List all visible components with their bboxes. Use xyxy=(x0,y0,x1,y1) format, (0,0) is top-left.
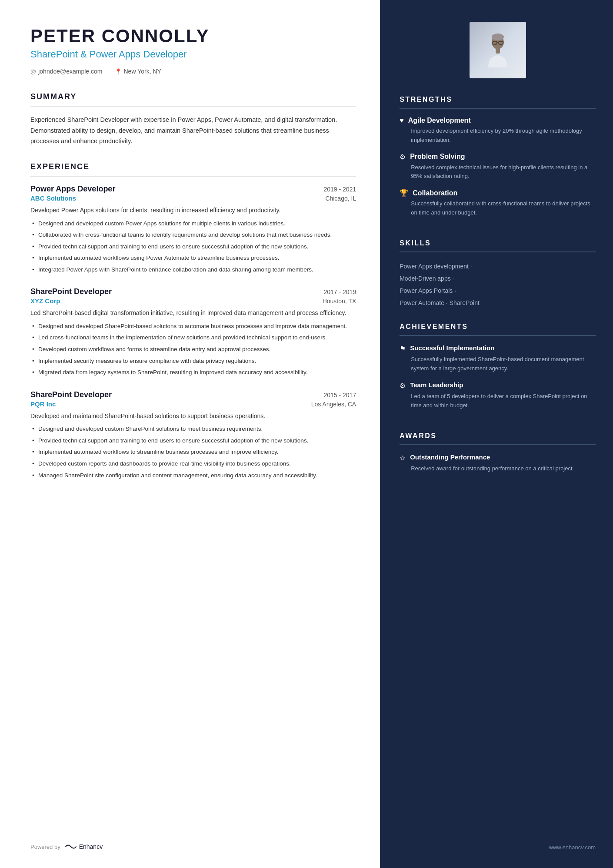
achievements-divider xyxy=(400,335,596,336)
candidate-name: PETER CONNOLLY xyxy=(30,26,356,46)
summary-section: SUMMARY Experienced SharePoint Developer… xyxy=(30,92,356,147)
bullet: Implemented automated workflows to strea… xyxy=(30,447,356,457)
strength-desc-3: Successfully collaborated with cross-fun… xyxy=(400,199,596,218)
person-silhouette xyxy=(480,33,515,67)
svg-point-6 xyxy=(495,44,496,45)
awards-divider xyxy=(400,444,596,445)
email-contact: @ johndoe@example.com xyxy=(30,68,103,75)
skill-item-3: Power Apps Portals · xyxy=(400,285,596,297)
achievement-item-2: ⚙ Team Leadership Led a team of 5 develo… xyxy=(400,381,596,410)
skills-text: Power Apps development · Model-Driven ap… xyxy=(400,260,596,309)
exp-bullets-2: Designed and developed SharePoint-based … xyxy=(30,322,356,377)
location-icon: 📍 xyxy=(115,68,122,75)
bullet: Integrated Power Apps with SharePoint to… xyxy=(30,265,356,275)
flag-icon: ⚑ xyxy=(400,345,406,353)
bullet: Implemented automated workflows using Po… xyxy=(30,253,356,263)
svg-rect-5 xyxy=(496,48,500,54)
email-value: johndoe@example.com xyxy=(38,68,102,75)
strengths-divider xyxy=(400,108,596,109)
bullet: Developed custom workflows and forms to … xyxy=(30,345,356,354)
enhancv-logo: Enhancv xyxy=(65,843,103,851)
enhancv-logo-icon xyxy=(65,843,77,851)
trophy-icon: 🏆 xyxy=(400,189,408,197)
right-footer: www.enhancv.com xyxy=(400,835,596,851)
exp-header-3: SharePoint Developer 2015 - 2017 xyxy=(30,390,356,399)
skill-item-2: Model-Driven apps · xyxy=(400,272,596,285)
skill-item-1: Power Apps development · xyxy=(400,260,596,272)
summary-divider xyxy=(30,106,356,107)
exp-entry-1: Power Apps Developer 2019 - 2021 ABC Sol… xyxy=(30,184,356,274)
svg-point-1 xyxy=(492,34,504,40)
strength-title-3: Collaboration xyxy=(413,189,457,197)
award-header-1: ☆ Outstanding Performance xyxy=(400,453,596,462)
strengths-section: STRENGTHS ♥ Agile Development Improved d… xyxy=(400,96,596,225)
exp-header-1: Power Apps Developer 2019 - 2021 xyxy=(30,184,356,194)
exp-dates-3: 2015 - 2017 xyxy=(323,392,356,399)
strength-title-2: Problem Solving xyxy=(410,153,465,161)
bullet: Led cross-functional teams in the implem… xyxy=(30,333,356,342)
powered-by-label: Powered by xyxy=(30,844,60,850)
bullet: Designed and developed SharePoint-based … xyxy=(30,322,356,331)
exp-role-3: SharePoint Developer xyxy=(30,390,112,399)
bullet: Provided technical support and training … xyxy=(30,242,356,251)
exp-company-3: PQR Inc xyxy=(30,400,56,408)
heart-icon: ♥ xyxy=(400,117,404,124)
strength-header-3: 🏆 Collaboration xyxy=(400,189,596,197)
location-contact: 📍 New York, NY xyxy=(115,68,161,75)
exp-summary-2: Led SharePoint-based digital transformat… xyxy=(30,308,356,318)
bullet: Provided technical support and training … xyxy=(30,436,356,446)
summary-text: Experienced SharePoint Developer with ex… xyxy=(30,114,356,147)
exp-role-1: Power Apps Developer xyxy=(30,184,115,194)
achievement-item-1: ⚑ Successful Implementation Successfully… xyxy=(400,344,596,373)
strength-title-1: Agile Development xyxy=(408,117,471,124)
exp-entry-3: SharePoint Developer 2015 - 2017 PQR Inc… xyxy=(30,390,356,480)
awards-title: AWARDS xyxy=(400,432,596,440)
exp-header-2: SharePoint Developer 2017 - 2019 xyxy=(30,287,356,296)
exp-location-3: Los Angeles, CA xyxy=(311,401,356,408)
exp-company-1: ABC Solutions xyxy=(30,194,76,202)
bullet: Developed custom reports and dashboards … xyxy=(30,459,356,469)
website-url: www.enhancv.com xyxy=(549,844,596,851)
bullet: Collaborated with cross-functional teams… xyxy=(30,230,356,240)
exp-location-1: Chicago, IL xyxy=(325,195,356,202)
gear-icon: ⚙ xyxy=(400,382,406,390)
exp-dates-2: 2017 - 2019 xyxy=(323,288,356,295)
experience-divider xyxy=(30,176,356,177)
exp-bullets-1: Designed and developed custom Power Apps… xyxy=(30,219,356,275)
contact-line: @ johndoe@example.com 📍 New York, NY xyxy=(30,68,356,75)
bullet: Implemented security measures to ensure … xyxy=(30,356,356,366)
email-icon: @ xyxy=(30,68,36,75)
strength-item-1: ♥ Agile Development Improved development… xyxy=(400,117,596,145)
award-desc-1: Received award for outstanding performan… xyxy=(400,464,596,473)
skill-item-4: Power Automate · SharePoint xyxy=(400,297,596,309)
photo-placeholder xyxy=(470,22,526,78)
strength-desc-1: Improved development efficiency by 20% t… xyxy=(400,127,596,145)
achievements-section: ACHIEVEMENTS ⚑ Successful Implementation… xyxy=(400,323,596,418)
bullet: Designed and developed custom SharePoint… xyxy=(30,424,356,434)
exp-bullets-3: Designed and developed custom SharePoint… xyxy=(30,424,356,480)
exp-location-2: Houston, TX xyxy=(323,298,356,305)
achievement-title-1: Successful Implementation xyxy=(410,344,494,352)
strength-item-2: ⚙ Problem Solving Resolved complex techn… xyxy=(400,153,596,181)
achievement-desc-2: Led a team of 5 developers to deliver a … xyxy=(400,392,596,410)
strength-header-1: ♥ Agile Development xyxy=(400,117,596,124)
achievement-header-1: ⚑ Successful Implementation xyxy=(400,344,596,353)
bullet: Migrated data from legacy systems to Sha… xyxy=(30,368,356,377)
strength-header-2: ⚙ Problem Solving xyxy=(400,153,596,161)
exp-dates-1: 2019 - 2021 xyxy=(323,186,356,193)
awards-section: AWARDS ☆ Outstanding Performance Receive… xyxy=(400,432,596,479)
achievement-title-2: Team Leadership xyxy=(410,381,463,389)
strengths-title: STRENGTHS xyxy=(400,96,596,104)
exp-role-2: SharePoint Developer xyxy=(30,287,112,296)
exp-summary-1: Developed Power Apps solutions for clien… xyxy=(30,205,356,215)
exp-summary-3: Developed and maintained SharePoint-base… xyxy=(30,411,356,421)
enhancv-brand-name: Enhancv xyxy=(79,843,103,850)
summary-title: SUMMARY xyxy=(30,92,356,101)
strength-desc-2: Resolved complex technical issues for hi… xyxy=(400,163,596,181)
achievement-header-2: ⚙ Team Leadership xyxy=(400,381,596,390)
exp-sub-2: XYZ Corp Houston, TX xyxy=(30,297,356,305)
skills-title: SKILLS xyxy=(400,239,596,247)
profile-photo xyxy=(470,22,526,78)
achievements-title: ACHIEVEMENTS xyxy=(400,323,596,331)
exp-sub-3: PQR Inc Los Angeles, CA xyxy=(30,400,356,408)
